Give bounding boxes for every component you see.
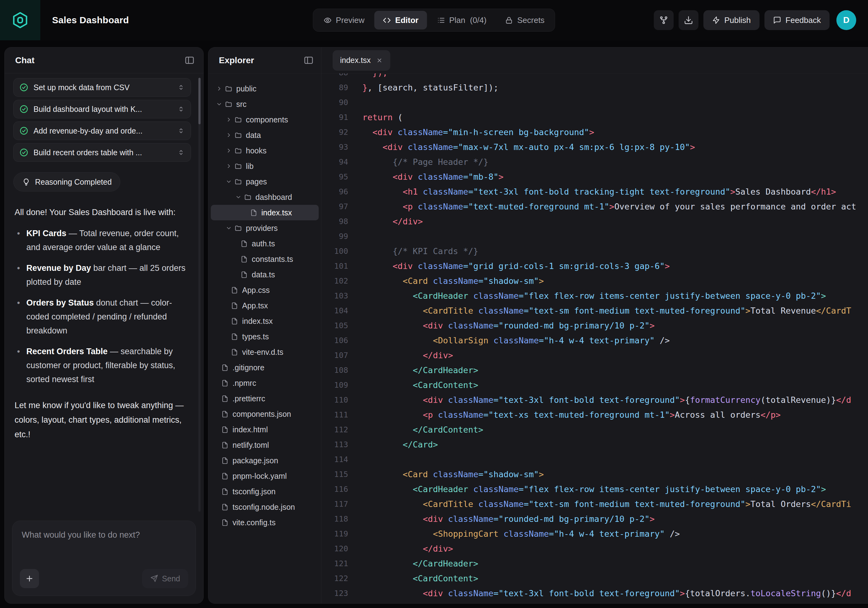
task-item[interactable]: Add revenue-by-day and orde... — [13, 121, 191, 140]
tree-file-constants.ts[interactable]: constants.ts — [211, 251, 319, 267]
tree-file-.prettierrc[interactable]: .prettierrc — [211, 391, 319, 406]
nav-label: Plan — [449, 15, 465, 25]
collapse-explorer-icon[interactable] — [304, 55, 314, 65]
chevron-right-icon — [225, 116, 232, 123]
code-line-116: 116 <CardHeader className="flex flex-row… — [321, 482, 868, 497]
code-line-content: }, [search, statusFilter]); — [348, 80, 499, 95]
tree-item-label: index.tsx — [261, 208, 292, 217]
tree-folder-data[interactable]: data — [211, 127, 319, 143]
tree-item-label: auth.ts — [252, 239, 275, 248]
tree-file-.npmrc[interactable]: .npmrc — [211, 375, 319, 391]
nav-editor[interactable]: Editor — [375, 11, 427, 29]
tree-file-pnpm-lock.yaml[interactable]: pnpm-lock.yaml — [211, 468, 319, 484]
tree-folder-lib[interactable]: lib — [211, 158, 319, 174]
tree-folder-src[interactable]: src — [211, 96, 319, 112]
tab-index-tsx[interactable]: index.tsx — [333, 50, 390, 71]
folder-icon — [225, 85, 232, 93]
code-line-content: <p className="text-muted-foreground mt-1… — [348, 199, 856, 214]
code-line-110: 110 <div className="text-3xl font-bold t… — [321, 393, 868, 407]
code-line-content: </CardHeader> — [348, 363, 478, 378]
check-circle-icon — [19, 83, 28, 92]
close-tab-icon[interactable] — [376, 57, 383, 64]
publish-button[interactable]: Publish — [704, 10, 760, 30]
file-icon — [231, 348, 239, 356]
tree-file-types.ts[interactable]: types.ts — [211, 329, 319, 344]
tree-item-label: pages — [246, 177, 267, 186]
line-number: 102 — [321, 274, 348, 288]
tree-item-label: .npmrc — [232, 379, 256, 388]
tree-folder-pages[interactable]: pages — [211, 174, 319, 189]
tree-file-data.ts[interactable]: data.ts — [211, 267, 319, 282]
reasoning-pill[interactable]: Reasoning Completed — [13, 172, 120, 192]
tree-file-App.css[interactable]: App.css — [211, 282, 319, 298]
version-history-button[interactable] — [654, 10, 674, 30]
tree-file-App.tsx[interactable]: App.tsx — [211, 298, 319, 313]
feature-list: •KPI Cards — Total revenue, order count,… — [13, 226, 191, 387]
tree-folder-components[interactable]: components — [211, 112, 319, 127]
tree-file-tsconfig.node.json[interactable]: tsconfig.node.json — [211, 499, 319, 515]
tree-item-label: dashboard — [256, 193, 292, 202]
folder-icon — [234, 224, 242, 232]
tree-file-index.tsx[interactable]: index.tsx — [211, 313, 319, 329]
tree-folder-dashboard[interactable]: dashboard — [211, 189, 319, 205]
topbar-actions: Publish Feedback D — [654, 10, 868, 30]
nav-label: Secrets — [517, 15, 544, 25]
chat-input[interactable] — [12, 521, 189, 561]
code-line-105: 105 <div className="rounded-md bg-primar… — [321, 318, 868, 333]
send-label: Send — [162, 574, 180, 583]
code-line-content: <div className="max-w-7xl mx-auto px-4 s… — [348, 140, 695, 155]
task-item[interactable]: Set up mock data from CSV — [13, 78, 191, 97]
tree-folder-hooks[interactable]: hooks — [211, 143, 319, 158]
code-line-94: 94 {/* Page Header */} — [321, 155, 868, 170]
tree-file-vite.config.ts[interactable]: vite.config.ts — [211, 515, 319, 530]
task-item[interactable]: Build recent orders table with ... — [13, 143, 191, 162]
tree-file-netlify.toml[interactable]: netlify.toml — [211, 437, 319, 453]
tree-item-label: pnpm-lock.yaml — [232, 472, 287, 481]
download-button[interactable] — [679, 10, 698, 30]
tab-bar: index.tsx — [321, 47, 868, 73]
line-number: 121 — [321, 556, 348, 571]
collapse-panel-icon[interactable] — [184, 55, 195, 65]
line-number: 103 — [321, 288, 348, 303]
code-line-114: 114 — [321, 452, 868, 467]
code-line-content: <DollarSign className="h-4 w-4 text-prim… — [348, 333, 670, 348]
chat-scrollbar-thumb[interactable] — [198, 78, 201, 124]
tree-file-tsconfig.json[interactable]: tsconfig.json — [211, 484, 319, 499]
code-editor[interactable]: 88 });89}, [search, statusFilter]);9091r… — [321, 73, 868, 603]
task-label: Add revenue-by-day and orde... — [34, 127, 172, 135]
tree-file-package.json[interactable]: package.json — [211, 453, 319, 468]
nav-plan[interactable]: Plan(0/4) — [428, 11, 495, 29]
file-icon — [221, 488, 229, 495]
tree-file-.gitignore[interactable]: .gitignore — [211, 360, 319, 375]
code-line-content — [348, 229, 363, 244]
chat-panel: Chat Set up mock data from CSVBuild dash… — [4, 47, 204, 604]
tree-file-auth.ts[interactable]: auth.ts — [211, 236, 319, 251]
tree-file-components.json[interactable]: components.json — [211, 406, 319, 422]
tree-folder-providers[interactable]: providers — [211, 220, 319, 236]
nav-secrets[interactable]: Secrets — [496, 11, 553, 29]
lightbulb-icon — [22, 178, 30, 186]
feedback-button[interactable]: Feedback — [764, 10, 829, 30]
bullet-marker: • — [17, 345, 20, 359]
chat-scrollbar-track[interactable] — [198, 78, 201, 512]
task-item[interactable]: Build dashboard layout with K... — [13, 100, 191, 118]
tree-file-vite-env.d.ts[interactable]: vite-env.d.ts — [211, 344, 319, 360]
send-button[interactable]: Send — [142, 569, 188, 588]
tree-item-label: components — [246, 115, 288, 124]
tree-file-index.html[interactable]: index.html — [211, 422, 319, 437]
user-avatar[interactable]: D — [836, 10, 856, 30]
code-line-89: 89}, [search, statusFilter]); — [321, 80, 868, 95]
line-number: 89 — [321, 80, 348, 95]
code-line-98: 98 </div> — [321, 214, 868, 229]
tree-file-index.tsx[interactable]: index.tsx — [211, 205, 319, 220]
folder-icon — [234, 116, 242, 124]
app-logo[interactable] — [0, 0, 40, 40]
attach-button[interactable] — [20, 569, 39, 588]
hexagon-logo-icon — [11, 11, 29, 29]
chevron-down-icon — [225, 225, 232, 232]
code-lines: 88 });89}, [search, statusFilter]);9091r… — [321, 73, 868, 601]
code-line-117: 117 <CardTitle className="text-sm font-m… — [321, 497, 868, 512]
nav-preview[interactable]: Preview — [315, 11, 373, 29]
tree-folder-public[interactable]: public — [211, 81, 319, 96]
task-label: Build recent orders table with ... — [34, 148, 172, 157]
